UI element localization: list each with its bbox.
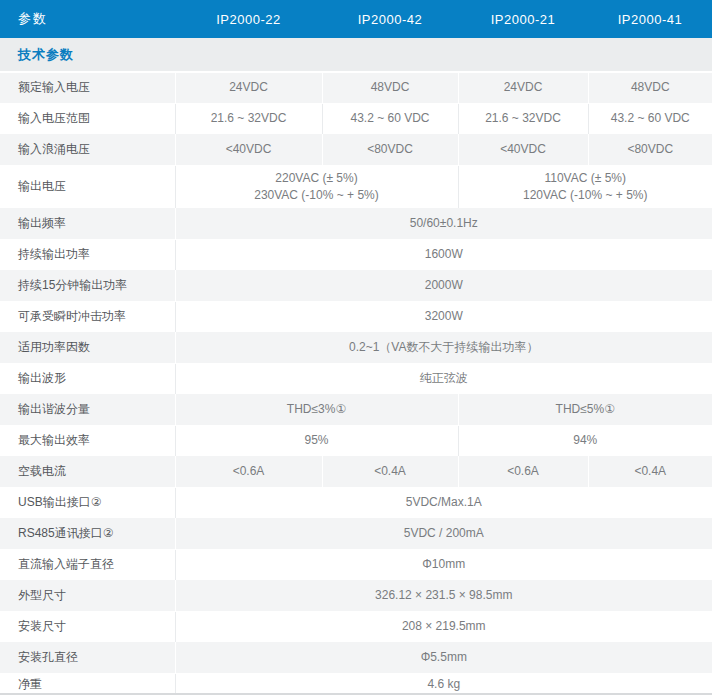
- spec-value: 208 × 219.5mm: [175, 611, 712, 642]
- param-label: USB输出接口②: [0, 487, 175, 518]
- table-row: 外型尺寸326.12 × 231.5 × 98.5mm: [0, 580, 712, 611]
- table-row: 持续输出功率1600W: [0, 239, 712, 270]
- param-label: 外型尺寸: [0, 580, 175, 611]
- param-label: 直流输入端子直径: [0, 549, 175, 580]
- spec-value: 2000W: [175, 270, 712, 301]
- table-row: 输出频率50/60±0.1Hz: [0, 208, 712, 239]
- spec-value: <0.4A: [322, 456, 458, 487]
- table-row: 直流输入端子直径Φ10mm: [0, 549, 712, 580]
- param-label: 持续15分钟输出功率: [0, 270, 175, 301]
- spec-value: 24VDC: [175, 72, 322, 103]
- section-header-row: 技术参数: [0, 38, 712, 72]
- spec-value: <0.6A: [175, 456, 322, 487]
- param-label: 输入电压范围: [0, 103, 175, 134]
- table-row: 输出电压220VAC (± 5%)230VAC (-10% ~ + 5%)110…: [0, 165, 712, 208]
- table-row: 输出谐波分量THD≤3%①THD≤5%①: [0, 394, 712, 425]
- spec-value: THD≤3%①: [175, 394, 458, 425]
- spec-value: <0.6A: [458, 456, 588, 487]
- table-row: 输入浪涌电压<40VDC<80VDC<40VDC<80VDC: [0, 134, 712, 165]
- param-label: 安装孔直径: [0, 642, 175, 673]
- spec-value: Φ10mm: [175, 549, 712, 580]
- param-label: 净重: [0, 673, 175, 695]
- param-label: 输出频率: [0, 208, 175, 239]
- spec-value: <40VDC: [175, 134, 322, 165]
- spec-value: 1600W: [175, 239, 712, 270]
- header-row: 参数 IP2000-22 IP2000-42 IP2000-21 IP2000-…: [0, 0, 712, 38]
- param-label: 适用功率因数: [0, 332, 175, 363]
- table-row: 安装孔直径Φ5.5mm: [0, 642, 712, 673]
- spec-value: 220VAC (± 5%)230VAC (-10% ~ + 5%): [175, 165, 458, 208]
- param-label: 可承受瞬时冲击功率: [0, 301, 175, 332]
- spec-value: 94%: [458, 425, 712, 456]
- spec-value: THD≤5%①: [458, 394, 712, 425]
- spec-value: 43.2 ~ 60 VDC: [322, 103, 458, 134]
- header-model-4: IP2000-41: [588, 0, 712, 38]
- spec-value: 5VDC/Max.1A: [175, 487, 712, 518]
- table-row: 适用功率因数0.2~1（VA数不大于持续输出功率）: [0, 332, 712, 363]
- spec-value: 95%: [175, 425, 458, 456]
- param-label: 持续输出功率: [0, 239, 175, 270]
- spec-sheet: 参数 IP2000-22 IP2000-42 IP2000-21 IP2000-…: [0, 0, 712, 695]
- table-row: 可承受瞬时冲击功率3200W: [0, 301, 712, 332]
- table-row: 输入电压范围21.6 ~ 32VDC43.2 ~ 60 VDC21.6 ~ 32…: [0, 103, 712, 134]
- spec-value: 21.6 ~ 32VDC: [458, 103, 588, 134]
- spec-value: 326.12 × 231.5 × 98.5mm: [175, 580, 712, 611]
- param-label: 输出电压: [0, 165, 175, 208]
- spec-value: 3200W: [175, 301, 712, 332]
- spec-value: <80VDC: [322, 134, 458, 165]
- param-label: 额定输入电压: [0, 72, 175, 103]
- table-row: 额定输入电压24VDC48VDC24VDC48VDC: [0, 72, 712, 103]
- spec-value: 21.6 ~ 32VDC: [175, 103, 322, 134]
- table-row: 净重4.6 kg: [0, 673, 712, 695]
- table-row: 安装尺寸208 × 219.5mm: [0, 611, 712, 642]
- table-row: USB输出接口②5VDC/Max.1A: [0, 487, 712, 518]
- table-row: 最大输出效率95%94%: [0, 425, 712, 456]
- spec-value: 110VAC (± 5%)120VAC (-10% ~ + 5%): [458, 165, 712, 208]
- spec-table-header: 参数 IP2000-22 IP2000-42 IP2000-21 IP2000-…: [0, 0, 712, 38]
- param-label: 输出波形: [0, 363, 175, 394]
- table-row: 输出波形纯正弦波: [0, 363, 712, 394]
- param-label: 安装尺寸: [0, 611, 175, 642]
- spec-value: 0.2~1（VA数不大于持续输出功率）: [175, 332, 712, 363]
- param-label: 输入浪涌电压: [0, 134, 175, 165]
- header-model-3: IP2000-21: [458, 0, 588, 38]
- param-label: 空载电流: [0, 456, 175, 487]
- param-label: 输出谐波分量: [0, 394, 175, 425]
- spec-value: 24VDC: [458, 72, 588, 103]
- param-label: 最大输出效率: [0, 425, 175, 456]
- table-row: 持续15分钟输出功率2000W: [0, 270, 712, 301]
- spec-value: 4.6 kg: [175, 673, 712, 695]
- header-model-1: IP2000-22: [175, 0, 322, 38]
- spec-value: 50/60±0.1Hz: [175, 208, 712, 239]
- spec-value: 5VDC / 200mA: [175, 518, 712, 549]
- spec-value: <0.4A: [588, 456, 712, 487]
- table-row: 空载电流<0.6A<0.4A<0.6A<0.4A: [0, 456, 712, 487]
- spec-value: Φ5.5mm: [175, 642, 712, 673]
- spec-value: <40VDC: [458, 134, 588, 165]
- spec-value: 48VDC: [322, 72, 458, 103]
- section-title: 技术参数: [0, 38, 712, 72]
- table-row: RS485通讯接口②5VDC / 200mA: [0, 518, 712, 549]
- header-param-column: 参数: [0, 0, 175, 38]
- spec-table-body: 技术参数 额定输入电压24VDC48VDC24VDC48VDC输入电压范围21.…: [0, 38, 712, 695]
- header-model-2: IP2000-42: [322, 0, 458, 38]
- spec-value: 43.2 ~ 60 VDC: [588, 103, 712, 134]
- param-label: RS485通讯接口②: [0, 518, 175, 549]
- spec-table: 参数 IP2000-22 IP2000-42 IP2000-21 IP2000-…: [0, 0, 712, 695]
- spec-value: 48VDC: [588, 72, 712, 103]
- spec-value: <80VDC: [588, 134, 712, 165]
- spec-value: 纯正弦波: [175, 363, 712, 394]
